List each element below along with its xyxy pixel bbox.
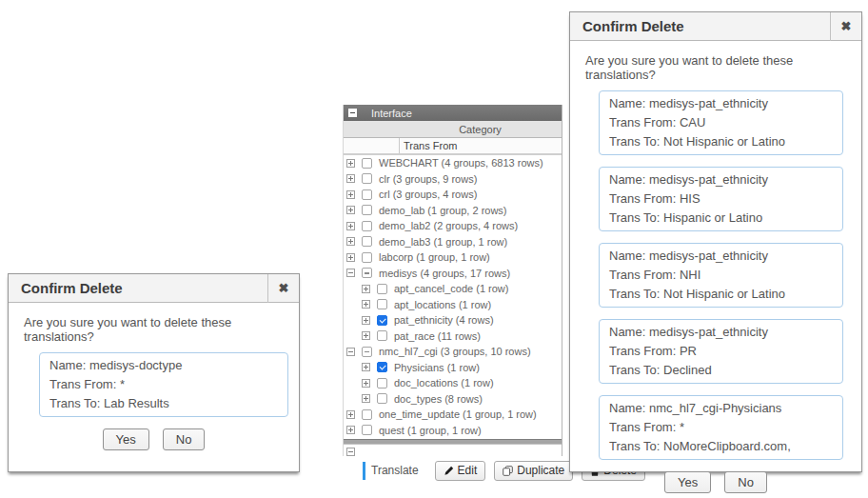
row-checkbox[interactable] — [377, 393, 387, 404]
expand-toggle-icon[interactable] — [362, 316, 370, 325]
tree-row-label[interactable]: crl (3 groups, 4 rows) — [379, 189, 477, 200]
expand-toggle-icon[interactable] — [346, 174, 355, 183]
translation-tree: WEBCHART (4 groups, 6813 rows) clr (3 gr… — [344, 155, 562, 439]
expand-toggle-icon[interactable] — [346, 253, 355, 262]
row-checkbox[interactable] — [377, 362, 387, 372]
row-checkbox[interactable] — [362, 425, 372, 435]
translation-to: Trans To: NoMoreClipboard.com, — [609, 437, 833, 456]
trans-from-header-label: Trans From — [400, 140, 457, 151]
row-checkbox[interactable] — [362, 221, 372, 231]
expand-toggle-icon[interactable] — [346, 222, 355, 230]
tree-row-label[interactable]: pat_race (11 rows) — [394, 330, 481, 342]
dialog-title: Confirm Delete — [570, 18, 830, 34]
dialog-buttons: Yes No — [9, 428, 299, 450]
row-checkbox[interactable] — [377, 299, 387, 309]
row-checkbox[interactable] — [362, 173, 372, 184]
no-button[interactable]: No — [163, 428, 206, 450]
dialog-buttons: Yes No — [570, 471, 861, 493]
row-checkbox[interactable] — [362, 236, 372, 247]
tree-row: apt_locations (1 row) — [344, 297, 562, 313]
row-checkbox[interactable] — [362, 158, 372, 169]
collapsed-group-row — [344, 445, 562, 458]
yes-button[interactable]: Yes — [664, 471, 711, 493]
tree-row-label[interactable]: apt_cancel_code (1 row) — [394, 283, 508, 294]
duplicate-button-label: Duplicate — [517, 464, 564, 477]
expand-toggle-icon[interactable] — [362, 394, 370, 403]
dialog-body: Are you sure you want to delete these tr… — [9, 303, 299, 450]
tree-row-label[interactable]: doc_locations (1 row) — [394, 377, 494, 388]
expand-toggle-icon[interactable] — [346, 348, 355, 356]
tree-row-label[interactable]: nmc_hl7_cgi (3 groups, 10 rows) — [379, 346, 531, 357]
expand-toggle-icon[interactable] — [362, 363, 370, 371]
expand-toggle-icon[interactable] — [346, 190, 355, 199]
category-header-label: Category — [344, 124, 562, 135]
expand-toggle-icon[interactable] — [346, 206, 355, 214]
translation-to: Trans To: Declined — [609, 361, 833, 380]
close-icon[interactable]: ✖ — [830, 12, 861, 41]
expand-toggle-icon[interactable] — [362, 331, 370, 340]
tree-row-label[interactable]: Physicians (1 row) — [394, 362, 480, 373]
yes-button[interactable]: Yes — [103, 428, 149, 450]
tree-row-label[interactable]: quest (1 group, 1 row) — [379, 425, 482, 436]
tree-row-label[interactable]: demo_lab3 (1 group, 1 row) — [379, 236, 507, 248]
translation-to: Trans To: Not Hispanic or Latino — [609, 285, 833, 304]
confirm-delete-dialog-right: Confirm Delete ✖ Are you sure you want t… — [569, 11, 862, 472]
row-checkbox[interactable] — [362, 189, 372, 200]
tab-translate[interactable]: Translate — [371, 464, 419, 477]
edit-button[interactable]: Edit — [435, 461, 486, 481]
row-checkbox[interactable] — [362, 268, 372, 278]
trans-from-column-header[interactable]: Trans From — [344, 138, 562, 155]
tree-row-label[interactable]: medisys (4 groups, 17 rows) — [379, 268, 510, 279]
tree-row-label[interactable]: doc_types (8 rows) — [394, 393, 483, 405]
translation-to: Trans To: Hispanic or Latino — [609, 209, 833, 228]
translation-item: Name: nmc_hl7_cgi-Physicians Trans From:… — [599, 395, 843, 460]
expand-toggle-icon[interactable] — [346, 237, 355, 246]
translation-from: Trans From: PR — [609, 342, 833, 361]
tree-row-label[interactable]: pat_ethnicity (4 rows) — [394, 314, 494, 326]
translation-name: Name: medisys-pat_ethnicity — [609, 247, 833, 266]
tree-row-label[interactable]: labcorp (1 group, 1 row) — [379, 251, 490, 263]
expand-toggle-icon[interactable] — [346, 410, 355, 419]
translation-from: Trans From: * — [609, 418, 833, 437]
row-checkbox[interactable] — [377, 330, 387, 341]
translation-name: Name: medisys-pat_ethnicity — [609, 94, 833, 113]
tree-row-label[interactable]: apt_locations (1 row) — [394, 299, 491, 310]
expand-toggle-icon[interactable] — [346, 159, 355, 168]
tree-row-label[interactable]: one_time_update (1 group, 1 row) — [379, 408, 537, 420]
expand-toggle-icon[interactable] — [362, 285, 370, 293]
tree-row-label[interactable]: WEBCHART (4 groups, 6813 rows) — [379, 157, 543, 169]
tree-row: Physicians (1 row) — [344, 360, 562, 376]
category-column-header[interactable]: Category — [344, 121, 562, 138]
translation-to: Trans To: Lab Results — [49, 394, 278, 413]
duplicate-button[interactable]: Duplicate — [494, 461, 573, 481]
collapse-all-icon[interactable] — [348, 109, 357, 117]
row-checkbox[interactable] — [362, 252, 372, 263]
tree-row: WEBCHART (4 groups, 6813 rows) — [344, 155, 562, 171]
expand-toggle-icon[interactable] — [346, 269, 355, 277]
row-checkbox[interactable] — [362, 347, 372, 357]
translation-to: Trans To: Not Hispanic or Latino — [609, 132, 833, 151]
translation-name: Name: medisys-doctype — [49, 356, 278, 375]
tree-row-label[interactable]: demo_lab2 (2 groups, 4 rows) — [379, 220, 518, 231]
expand-toggle-icon[interactable] — [346, 426, 355, 434]
translation-from: Trans From: NHI — [609, 266, 833, 285]
tree-row: crl (3 groups, 4 rows) — [344, 187, 562, 203]
expand-toggle-icon[interactable] — [362, 300, 370, 309]
row-checkbox[interactable] — [362, 409, 372, 420]
tree-row: one_time_update (1 group, 1 row) — [344, 407, 562, 423]
row-checkbox[interactable] — [362, 205, 372, 215]
row-checkbox[interactable] — [377, 284, 387, 294]
close-icon[interactable]: ✖ — [267, 274, 299, 303]
collapse-icon[interactable] — [346, 448, 355, 456]
translation-from: Trans From: HIS — [609, 189, 833, 209]
row-checkbox[interactable] — [377, 315, 387, 326]
translation-list: Name: medisys-doctype Trans From: * Tran… — [39, 352, 288, 417]
row-checkbox[interactable] — [377, 378, 387, 388]
no-button[interactable]: No — [724, 471, 767, 493]
translation-name: Name: medisys-pat_ethnicity — [609, 323, 833, 342]
tree-row-label[interactable]: clr (3 groups, 9 rows) — [379, 173, 477, 185]
expand-toggle-icon[interactable] — [362, 379, 370, 388]
tree-row: pat_race (11 rows) — [344, 329, 562, 345]
tree-row: demo_lab2 (2 groups, 4 rows) — [344, 218, 562, 234]
tree-row-label[interactable]: demo_lab (1 group, 2 rows) — [379, 205, 507, 216]
